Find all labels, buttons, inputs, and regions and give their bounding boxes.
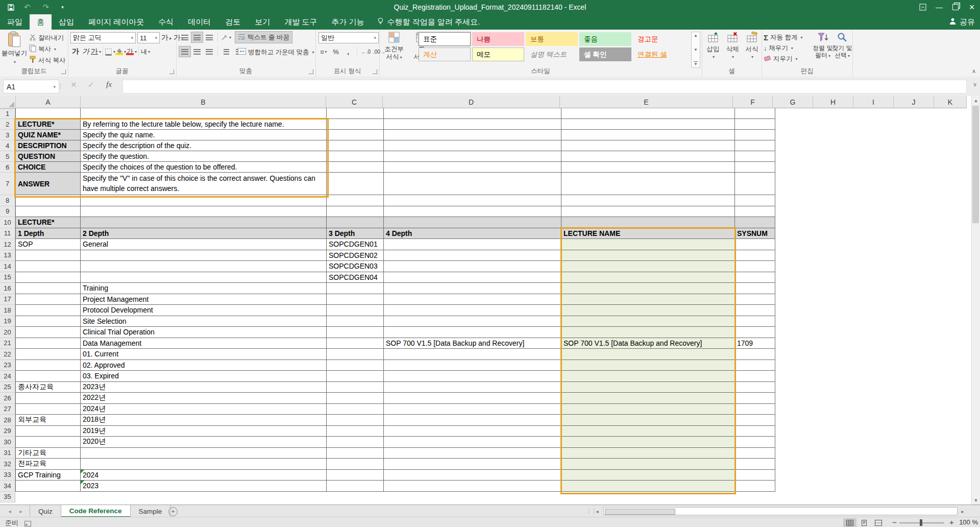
cell-E16[interactable] bbox=[561, 283, 735, 294]
cell-A14[interactable] bbox=[15, 261, 81, 272]
format-cells-button[interactable]: 서식▾ bbox=[743, 32, 761, 61]
cell-B35[interactable] bbox=[81, 492, 327, 503]
cell-E21[interactable]: SOP 700 V1.5 [Data Backup and Recovery] bbox=[561, 338, 735, 349]
cell-A4[interactable]: DESCRIPTION bbox=[15, 140, 81, 151]
accounting-format-icon[interactable]: ¤▾ bbox=[318, 46, 329, 57]
cell-D30[interactable] bbox=[384, 437, 561, 448]
cell-F11[interactable]: SYSNUM bbox=[735, 228, 775, 239]
cell-A32[interactable]: 전파교육 bbox=[15, 459, 81, 470]
cell-B24[interactable]: 03. Expired bbox=[81, 371, 327, 382]
row-header-5[interactable]: 5 bbox=[0, 151, 15, 162]
row-header-20[interactable]: 20 bbox=[0, 327, 15, 338]
cell-C7[interactable] bbox=[327, 173, 384, 195]
align-right-icon[interactable] bbox=[204, 46, 215, 57]
cell-F26[interactable] bbox=[735, 393, 775, 404]
cell-C27[interactable] bbox=[327, 404, 384, 415]
cell-D18[interactable] bbox=[384, 305, 561, 316]
bold-button[interactable]: 가 bbox=[70, 46, 81, 57]
cell-E32[interactable] bbox=[561, 459, 735, 470]
sheet-tab-sample[interactable]: Sample bbox=[131, 505, 171, 517]
cell-E34[interactable] bbox=[561, 481, 735, 492]
cell-C12[interactable]: SOPCDGEN01 bbox=[327, 239, 384, 250]
cell-D11[interactable]: 4 Depth bbox=[384, 228, 561, 239]
align-middle-icon[interactable] bbox=[191, 32, 203, 42]
column-header-A[interactable]: A bbox=[16, 96, 81, 108]
grow-font-button[interactable]: 가▲ bbox=[161, 33, 172, 43]
cell-F17[interactable] bbox=[735, 294, 775, 305]
cell-C6[interactable] bbox=[327, 162, 384, 173]
cell-C15[interactable]: SOPCDGEN04 bbox=[327, 272, 384, 283]
name-box-splitter[interactable]: ⋮ bbox=[57, 82, 64, 89]
cell-E20[interactable] bbox=[561, 327, 735, 338]
find-select-button[interactable]: 찾기 및선택▾ bbox=[831, 32, 853, 60]
row-header-18[interactable]: 18 bbox=[0, 305, 15, 316]
cell-E4[interactable] bbox=[561, 140, 735, 151]
horizontal-scrollbar[interactable] bbox=[603, 507, 958, 515]
clipboard-dialog-launcher-icon[interactable] bbox=[61, 69, 66, 74]
cell-C29[interactable] bbox=[327, 426, 384, 437]
row-header-26[interactable]: 26 bbox=[0, 393, 15, 404]
row-header-1[interactable]: 1 bbox=[0, 108, 15, 119]
font-color-icon[interactable]: 가▾ bbox=[126, 46, 137, 57]
tell-me[interactable]: 수행할 작업을 알려 주세요. bbox=[372, 14, 485, 30]
cell-C31[interactable] bbox=[327, 448, 384, 459]
macro-record-icon[interactable] bbox=[24, 519, 31, 527]
row-header-24[interactable]: 24 bbox=[0, 371, 15, 382]
merge-center-button[interactable]: 병합하고 가운데 맞춤▾ bbox=[235, 46, 316, 58]
cell-D28[interactable] bbox=[384, 415, 561, 426]
cell-A34[interactable] bbox=[15, 481, 81, 492]
cell-C10[interactable] bbox=[327, 217, 384, 228]
horizontal-scroll-thumb[interactable] bbox=[605, 509, 675, 515]
cell-F22[interactable] bbox=[735, 349, 775, 360]
cell-A27[interactable] bbox=[15, 404, 81, 415]
font-dialog-launcher-icon[interactable] bbox=[169, 69, 174, 74]
zoom-out-icon[interactable]: − bbox=[892, 518, 897, 526]
cell-B11[interactable]: 2 Depth bbox=[81, 228, 327, 239]
cancel-icon[interactable]: ✕ bbox=[70, 80, 77, 89]
enter-icon[interactable]: ✓ bbox=[88, 80, 94, 89]
number-dialog-launcher-icon[interactable] bbox=[373, 69, 377, 74]
row-header-10[interactable]: 10 bbox=[0, 217, 15, 228]
row-header-9[interactable]: 9 bbox=[0, 206, 15, 218]
cell-B17[interactable]: Project Management bbox=[81, 294, 327, 305]
insert-cells-button[interactable]: 삽입▾ bbox=[704, 32, 722, 61]
cell-F31[interactable] bbox=[735, 448, 775, 459]
cell-B22[interactable]: 01. Current bbox=[81, 349, 327, 360]
alignment-dialog-launcher-icon[interactable] bbox=[309, 69, 313, 74]
cell-B19[interactable]: Site Selection bbox=[81, 316, 327, 327]
cell-A21[interactable] bbox=[15, 338, 81, 349]
cell-E25[interactable] bbox=[561, 382, 735, 393]
row-header-35[interactable]: 35 bbox=[0, 492, 15, 503]
cell-A2[interactable]: LECTURE* bbox=[15, 119, 81, 130]
row-header-13[interactable]: 13 bbox=[0, 250, 15, 261]
increase-decimal-icon[interactable]: ←.0 bbox=[361, 46, 371, 57]
row-header-19[interactable]: 19 bbox=[0, 316, 15, 327]
row-header-6[interactable]: 6 bbox=[0, 162, 15, 173]
formula-input[interactable] bbox=[122, 80, 967, 93]
ribbon-tab-수식[interactable]: 수식 bbox=[151, 14, 181, 30]
column-header-I[interactable]: I bbox=[853, 96, 894, 108]
font-size-select[interactable]: 11▾ bbox=[137, 32, 160, 43]
cell-B13[interactable] bbox=[81, 250, 327, 261]
cell-A30[interactable] bbox=[15, 437, 81, 448]
cell-E10[interactable] bbox=[561, 217, 735, 228]
copy-button[interactable]: 복사▾ bbox=[29, 43, 65, 55]
cell-A13[interactable] bbox=[15, 250, 81, 261]
cell-F23[interactable] bbox=[735, 360, 775, 371]
column-header-K[interactable]: K bbox=[934, 96, 967, 108]
row-header-3[interactable]: 3 bbox=[0, 130, 15, 140]
cell-C22[interactable] bbox=[327, 349, 384, 360]
cell-C21[interactable] bbox=[327, 338, 384, 349]
cell-B23[interactable]: 02. Approved bbox=[81, 360, 327, 371]
fill-button[interactable]: ↓ 채우기▾ bbox=[764, 43, 803, 54]
cell-D24[interactable] bbox=[384, 371, 561, 382]
cell-B32[interactable] bbox=[81, 459, 327, 470]
cell-style-연결된 셀[interactable]: 연결된 셀 bbox=[633, 47, 685, 61]
cell-D12[interactable] bbox=[384, 239, 561, 250]
cell-B29[interactable]: 2019년 bbox=[81, 426, 327, 437]
cell-C14[interactable]: SOPCDGEN03 bbox=[327, 261, 384, 272]
cell-B10[interactable] bbox=[81, 217, 327, 228]
cell-D22[interactable] bbox=[384, 349, 561, 360]
cell-A15[interactable] bbox=[15, 272, 81, 283]
cell-style-보통[interactable]: 보통 bbox=[526, 32, 578, 46]
